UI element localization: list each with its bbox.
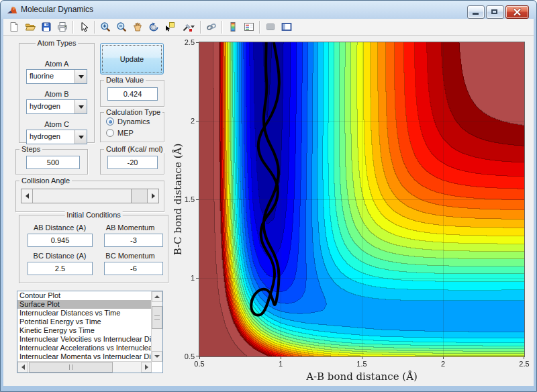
save-figure-button[interactable] [38,19,54,34]
list-item[interactable]: Contour Plot [17,291,152,300]
list-item[interactable]: Internuclear Accelerations vs Internucle… [17,344,152,352]
zoom-in-icon [100,21,111,32]
data-cursor-button[interactable] [162,19,178,34]
atom-a-value: fluorine [30,72,54,80]
atom-b-dropdown[interactable]: hydrogen [26,99,87,114]
matlab-logo-icon [7,5,17,15]
x-tick-mark [199,356,200,359]
app-window: Molecular Dynamics [0,0,537,392]
zoom-in-button[interactable] [97,19,113,34]
slider-right-arrow[interactable] [147,189,158,203]
x-tick-label: 0.5 [194,360,204,368]
zoom-out-button[interactable] [113,19,130,34]
slider-thumb[interactable] [33,189,132,203]
steps-field[interactable]: 500 [26,156,80,169]
insert-legend-button[interactable] [241,19,257,34]
close-button[interactable] [505,5,529,19]
horizontal-scrollbar[interactable] [17,361,152,373]
horizontal-scroll-thumb[interactable] [29,362,113,373]
open-file-button[interactable] [22,19,38,34]
x-tick-mark [443,356,444,359]
list-item[interactable]: Kinetic Energy vs Time [17,326,152,335]
bc-momentum-field[interactable]: -6 [104,262,163,275]
ab-momentum-field[interactable]: -3 [104,234,163,247]
update-button[interactable]: Update [100,43,164,75]
pan-button[interactable] [130,19,146,34]
toolbar-separator [72,21,74,34]
toolbar-separator [222,21,223,34]
plot-type-listbox[interactable]: Contour Plot Surface Plot Internuclear D… [17,291,163,373]
hide-plot-tools-icon [265,21,276,32]
close-icon [506,6,528,18]
list-item-selected[interactable]: Surface Plot [17,300,152,309]
ab-distance-field[interactable]: 0.945 [28,234,93,247]
atom-c-dropdown[interactable]: hydrogen [26,130,87,144]
hide-plot-tools-button[interactable] [262,19,279,34]
cutoff-field[interactable]: -20 [107,156,158,169]
list-item[interactable]: Internuclear Momenta vs Internuclear Dis… [17,352,152,361]
vertical-scrollbar[interactable] [151,291,162,362]
brush-dropdown-caret[interactable] [191,26,195,28]
steps-title: Steps [19,145,42,153]
scroll-left-button[interactable] [17,362,28,373]
legend-icon [244,21,254,32]
bc-momentum-label: BC Momentum [99,252,162,260]
atom-types-panel: Atom Types Atom A fluorine Atom B hydrog… [19,43,95,143]
atom-b-dropdown-button[interactable] [75,100,87,113]
x-tick-label: 1 [279,360,283,368]
minimize-button[interactable] [467,5,485,19]
cutoff-title: Cutoff (Kcal/ mol) [104,145,165,153]
arrow-right-icon [152,193,155,199]
x-axis-label: A-B bond distance (Å) [199,371,524,383]
calculation-type-panel: Calculation Type Dynamics MEP [100,112,164,142]
rotate-3d-icon [148,21,159,32]
atom-b-label: Atom B [19,90,94,98]
delta-value-field[interactable]: 0.424 [107,87,158,101]
insert-colorbar-button[interactable] [225,19,241,34]
dynamics-radio-label: Dynamics [117,117,150,126]
mep-radio-option[interactable]: MEP [106,129,134,137]
radio-selected-icon [106,117,114,126]
toolbar-separator [94,21,95,34]
atom-c-label: Atom C [19,120,94,128]
vertical-scroll-thumb[interactable] [152,306,162,329]
scroll-right-button[interactable] [141,362,152,373]
y-tick-mark [196,356,199,356]
arrow-left-icon [21,364,25,370]
collision-angle-slider[interactable] [21,189,159,203]
initial-conditions-panel: Initial Conditions AB Distance (A) AB Mo… [19,215,168,283]
title-bar[interactable]: Molecular Dynamics [1,1,536,19]
edit-plot-button[interactable] [76,19,92,34]
atom-c-dropdown-button[interactable] [75,130,87,144]
show-plot-tools-button[interactable] [279,19,295,34]
slider-left-arrow[interactable] [21,189,33,203]
scroll-down-button[interactable] [152,351,162,362]
potential-energy-surface-canvas[interactable] [199,42,524,356]
x-tick-label: 2 [441,360,445,368]
list-item[interactable]: Internuclear Distances vs Time [17,309,152,317]
scroll-up-button[interactable] [152,291,162,302]
atom-a-dropdown[interactable]: fluorine [26,69,87,84]
ab-momentum-label: AB Momentum [99,224,162,232]
printer-icon [57,21,68,32]
new-figure-button[interactable] [6,19,22,34]
ab-distance-label: AB Distance (A) [26,224,93,232]
list-item[interactable]: Potential Energy vs Time [17,317,152,326]
zoom-out-icon [116,21,127,32]
list-item[interactable]: Internuclear Velocities vs Internuclear … [17,335,152,344]
arrow-down-icon [154,355,160,358]
contour-plot-axes[interactable]: 0.5 1 1.5 2 2.5 2.5 2 1.5 1 0.5 A-B bond… [199,42,524,356]
atom-a-dropdown-button[interactable] [75,70,87,83]
collision-angle-panel: Collision Angle [15,181,164,212]
chevron-down-icon [79,105,84,109]
print-figure-button[interactable] [54,19,70,34]
rotate-3d-button[interactable] [146,19,162,34]
bc-distance-field[interactable]: 2.5 [28,262,93,275]
minimize-icon [473,13,479,15]
maximize-button[interactable] [486,5,504,19]
dynamics-radio-option[interactable]: Dynamics [106,117,150,126]
figure-client-area: Atom Types Atom A fluorine Atom B hydrog… [3,36,534,386]
link-plot-button[interactable] [203,19,219,34]
brush-button[interactable] [178,19,198,34]
toolbar-separator [259,21,260,34]
